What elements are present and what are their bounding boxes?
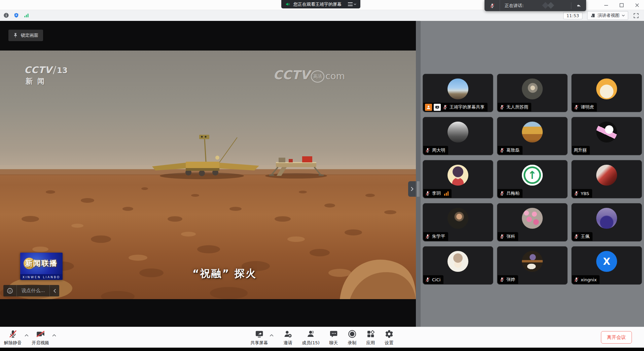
participant-name: CiCi xyxy=(432,277,440,282)
participant-tile[interactable]: 周大明 xyxy=(423,117,493,155)
participant-tile[interactable]: 无人所苏雨 xyxy=(497,74,568,112)
participant-namebar: 张科 xyxy=(498,232,518,241)
participant-tile[interactable]: 李玥 xyxy=(423,160,493,198)
share-screen-button[interactable]: 共享屏幕 xyxy=(250,329,268,346)
panel-resizer[interactable] xyxy=(416,21,421,327)
xinwen-lianbo-logo: 新闻联播 XINWEN LIANBO xyxy=(20,253,63,280)
mic-muted-icon xyxy=(574,234,579,239)
watching-banner-text: 您正在观看王靖宇的屏幕 xyxy=(293,1,342,7)
meeting-info-toolbar: 11:53 演讲者视图 xyxy=(0,10,644,21)
audio-options-caret[interactable] xyxy=(24,333,29,338)
mic-muted-icon xyxy=(499,104,505,110)
participant-name: 张科 xyxy=(506,233,515,240)
participant-grid: 王靖宇的屏幕共享 无人所苏雨 谭明虎 xyxy=(423,74,642,285)
participant-name: 王靖宇的屏幕共享 xyxy=(450,104,485,110)
speaker-view-icon xyxy=(591,13,595,18)
meeting-info-icon[interactable] xyxy=(3,12,9,18)
participant-tile[interactable]: 朱学平 xyxy=(423,203,493,242)
chat-button[interactable]: 聊天 xyxy=(329,329,338,346)
minimize-button[interactable] xyxy=(604,3,608,7)
avatar xyxy=(596,208,617,229)
reply-arrow-icon xyxy=(576,3,582,8)
participant-namebar: 王靖宇的屏幕共享 xyxy=(423,103,488,111)
lock-view-button[interactable]: 锁定画面 xyxy=(8,30,43,41)
settings-button[interactable]: 设置 xyxy=(385,329,394,346)
mic-muted-icon xyxy=(574,191,579,196)
avatar xyxy=(448,165,468,186)
participant-namebar: 吕梅柏 xyxy=(498,189,523,198)
participant-namebar: 谭明虎 xyxy=(572,103,597,111)
sidebar-expand-handle[interactable] xyxy=(408,181,416,197)
participant-tile[interactable]: 张烨 xyxy=(497,246,568,285)
mic-muted-icon xyxy=(574,104,579,110)
chevron-down-icon xyxy=(354,3,356,5)
participant-tile[interactable]: 谭明虎 xyxy=(571,74,642,112)
participant-tile[interactable]: 张科 xyxy=(497,203,568,242)
start-video-button[interactable]: 开启视频 xyxy=(32,329,49,346)
avatar xyxy=(522,78,543,99)
avatar xyxy=(596,122,617,142)
emoji-button[interactable] xyxy=(3,285,17,296)
mic-muted-icon xyxy=(425,277,430,282)
participant-tile[interactable]: 王佩 xyxy=(571,203,642,242)
cctv-video-frame: CCTV 13 新闻 CCTV 高清 com 新闻联播 X xyxy=(0,51,416,299)
unmute-button[interactable]: 解除静音 xyxy=(4,329,22,346)
invite-person-icon xyxy=(283,329,292,339)
mic-muted-icon xyxy=(499,191,505,196)
participant-namebar: 朱学平 xyxy=(423,232,448,241)
record-button[interactable]: 录制 xyxy=(348,329,357,346)
participant-name: 朱学平 xyxy=(432,233,445,240)
participant-tile[interactable]: CiCi xyxy=(423,246,493,285)
fullscreen-button[interactable] xyxy=(633,12,639,19)
security-shield-icon[interactable] xyxy=(13,12,19,18)
participant-namebar: 王佩 xyxy=(572,232,593,241)
avatar xyxy=(522,251,543,272)
maximize-button[interactable] xyxy=(619,3,624,7)
cctv13-logo: CCTV 13 新闻 xyxy=(24,65,68,86)
members-icon xyxy=(306,329,315,339)
cctv-com-watermark: CCTV 高清 com xyxy=(273,68,345,84)
bottom-black-strip xyxy=(0,348,644,351)
avatar: ↑ xyxy=(522,165,543,186)
share-options-caret[interactable] xyxy=(269,333,274,338)
chevron-right-icon xyxy=(410,187,414,191)
participant-tile[interactable]: X xingnix xyxy=(571,246,642,285)
invite-button[interactable]: 邀请 xyxy=(283,329,292,346)
banner-menu-button[interactable] xyxy=(348,2,356,6)
chat-input[interactable]: 说点什么... xyxy=(17,285,50,296)
avatar xyxy=(522,122,543,142)
participant-name: 李玥 xyxy=(432,190,441,196)
participant-tile[interactable]: ↑ 吕梅柏 xyxy=(497,160,568,198)
quick-chat-bar: 说点什么... xyxy=(3,285,59,296)
participant-tile[interactable]: 王靖宇的屏幕共享 xyxy=(423,74,493,112)
participant-tile[interactable]: 周升丽 xyxy=(571,117,642,155)
participant-tile[interactable]: YBS xyxy=(571,160,642,198)
news-caption: “祝融” 探火 xyxy=(192,267,257,281)
network-signal-icon[interactable] xyxy=(24,12,29,18)
participant-namebar: YBS xyxy=(572,189,592,198)
participant-name: xingnix xyxy=(581,277,597,282)
participant-tile[interactable]: 葛致磊 xyxy=(497,117,568,155)
participant-namebar: 无人所苏雨 xyxy=(498,103,531,111)
share-screen-icon xyxy=(255,329,264,339)
speaker-icon xyxy=(285,2,290,7)
avatar xyxy=(448,122,468,142)
self-mic-muted-button[interactable] xyxy=(485,0,500,11)
close-button[interactable] xyxy=(635,3,639,7)
video-options-caret[interactable] xyxy=(52,333,57,338)
apps-button[interactable]: 应用 xyxy=(366,329,375,346)
participant-namebar: 李玥 xyxy=(423,189,452,198)
participant-name: 葛致磊 xyxy=(506,147,520,153)
avatar xyxy=(448,208,468,229)
meeting-time: 11:53 xyxy=(563,12,582,19)
speaker-avatars-faded xyxy=(524,0,571,11)
members-button[interactable]: 成员(15) xyxy=(302,329,320,346)
participant-namebar: 葛致磊 xyxy=(498,146,523,155)
avatar xyxy=(596,165,617,186)
return-arrow-button[interactable] xyxy=(571,0,586,11)
view-mode-dropdown[interactable]: 演讲者视图 xyxy=(587,11,628,20)
leave-meeting-button[interactable]: 离开会议 xyxy=(601,331,632,344)
participant-name: 周升丽 xyxy=(574,147,587,153)
mic-muted-icon xyxy=(425,234,430,239)
collapse-chat-button[interactable] xyxy=(50,285,59,296)
